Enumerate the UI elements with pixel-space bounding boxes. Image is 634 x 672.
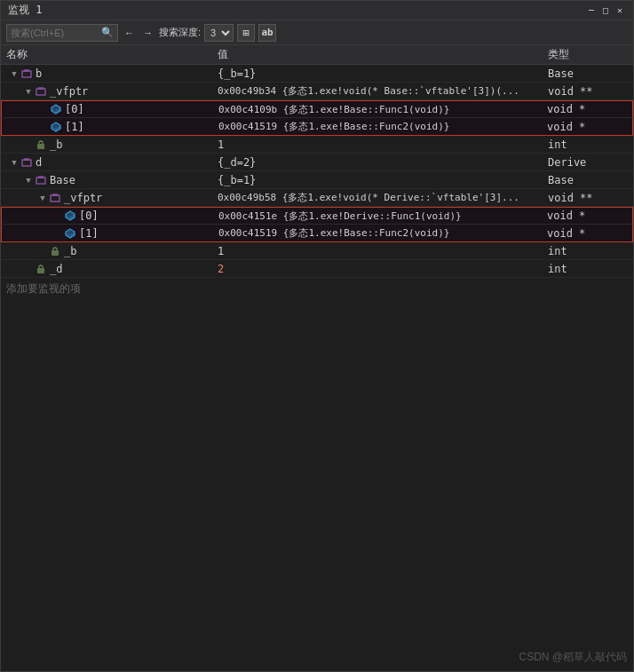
var-name: b xyxy=(36,67,42,80)
row-value: 2 xyxy=(214,263,544,275)
var-name: d xyxy=(36,156,42,169)
var-name: [0] xyxy=(65,103,84,115)
svg-rect-0 xyxy=(22,71,31,77)
search-box[interactable]: 🔍 xyxy=(6,24,118,42)
toolbar: 🔍 ← → 搜索深度: 3 ⊞ ab xyxy=(1,20,633,45)
title-bar: 监视 1 ─ □ ✕ xyxy=(1,1,633,20)
nav-back-btn[interactable]: ← xyxy=(122,24,137,42)
var-name: _d xyxy=(50,263,62,275)
svg-rect-1 xyxy=(24,69,29,72)
header-name: 名称 xyxy=(1,47,214,62)
table-row[interactable]: _b 1 int xyxy=(1,242,633,260)
row-type: void ** xyxy=(544,192,633,204)
struct-icon xyxy=(35,85,47,98)
row-value: 0x00c49b58 {多态1.exe!void(* Derive::`vfta… xyxy=(214,191,544,204)
row-name: ▼ Base xyxy=(1,174,214,186)
row-type: void * xyxy=(543,210,632,222)
depth-label: 搜索深度: xyxy=(159,26,201,39)
svg-rect-28 xyxy=(37,268,44,273)
table-row[interactable]: ▼ d {_d=2} Derive xyxy=(1,154,633,171)
row-type: Derive xyxy=(544,156,633,169)
struct-icon xyxy=(49,192,61,204)
row-value: 0x00c49b34 {多态1.exe!void(* Base::`vftabl… xyxy=(214,84,544,98)
row-value: {_b=1} xyxy=(214,174,544,186)
table-row[interactable]: [0] 0x00c4151e {多态1.exe!Derive::Func1(vo… xyxy=(1,207,633,225)
row-type: Base xyxy=(544,67,633,80)
nav-forward-btn[interactable]: → xyxy=(140,24,155,42)
row-name: ▼ _vfptr xyxy=(1,85,214,98)
icon-btn-2[interactable]: ab xyxy=(258,24,276,42)
table-row[interactable]: ▼ Base {_b=1} Base xyxy=(1,171,633,189)
row-value: 1 xyxy=(214,138,544,151)
table-row[interactable]: ▼ _vfptr 0x00c49b58 {多态1.exe!void(* Deri… xyxy=(1,189,633,207)
watch-window: 监视 1 ─ □ ✕ 🔍 ← → 搜索深度: 3 ⊞ ab 名称 值 类型 xyxy=(0,0,634,672)
expand-icon[interactable]: ▼ xyxy=(22,85,35,98)
var-name: _b xyxy=(50,138,62,151)
svg-rect-13 xyxy=(22,160,31,166)
struct-icon xyxy=(20,156,33,169)
svg-rect-2 xyxy=(36,89,45,95)
row-name: [0] xyxy=(2,103,215,115)
header-type: 类型 xyxy=(544,47,633,62)
row-type: int xyxy=(544,138,633,151)
table-body: ▼ b {_b=1} Base ▼ _vfptr xyxy=(1,65,633,671)
var-name: _b xyxy=(64,245,76,257)
table-row[interactable]: ▼ b {_b=1} Base xyxy=(1,65,633,83)
table-row[interactable]: ▼ _vfptr 0x00c49b34 {多态1.exe!void(* Base… xyxy=(1,83,633,100)
var-name: Base xyxy=(50,174,75,186)
table-row[interactable]: [1] 0x00c41519 {多态1.exe!Base::Func2(void… xyxy=(1,225,633,242)
table-row[interactable]: _d 2 int xyxy=(1,260,633,278)
row-name: [0] xyxy=(2,210,215,222)
row-value: {_b=1} xyxy=(214,67,544,80)
expand-icon[interactable]: ▼ xyxy=(8,156,20,169)
cube-icon xyxy=(64,227,76,240)
var-name: _vfptr xyxy=(50,85,88,98)
table-row[interactable]: _b 1 int xyxy=(1,136,633,154)
svg-rect-12 xyxy=(37,144,44,149)
row-type: void * xyxy=(543,121,632,133)
svg-rect-16 xyxy=(38,176,44,178)
minimize-btn[interactable]: ─ xyxy=(585,4,598,17)
close-btn[interactable]: ✕ xyxy=(614,4,626,17)
lock-icon xyxy=(35,263,47,275)
svg-rect-15 xyxy=(36,178,45,184)
svg-rect-3 xyxy=(38,87,44,90)
cube-icon xyxy=(50,121,62,133)
row-name: [1] xyxy=(2,227,215,240)
icon-btn-1[interactable]: ⊞ xyxy=(237,24,255,42)
row-type: void ** xyxy=(544,85,633,98)
search-input[interactable] xyxy=(11,28,99,38)
expand-icon[interactable]: ▼ xyxy=(8,67,20,80)
row-name: ▼ b xyxy=(1,67,214,80)
row-type: void * xyxy=(543,227,632,240)
row-type: Base xyxy=(544,174,633,186)
row-type: int xyxy=(544,263,633,275)
svg-rect-27 xyxy=(52,250,59,256)
row-name: _b xyxy=(1,245,214,257)
row-value: 0x00c41519 {多态1.exe!Base::Func2(void)} xyxy=(215,226,543,240)
expand-icon[interactable]: ▼ xyxy=(22,174,35,186)
depth-select[interactable]: 3 xyxy=(204,24,234,42)
row-value: 1 xyxy=(214,245,544,257)
table-row[interactable]: [1] 0x00c41519 {多态1.exe!Base::Func2(void… xyxy=(1,118,633,136)
search-icon: 🔍 xyxy=(101,27,114,38)
expand-icon[interactable]: ▼ xyxy=(36,192,49,204)
row-type: int xyxy=(544,245,633,257)
row-value: 0x00c4151e {多态1.exe!Derive::Func1(void)} xyxy=(215,210,543,223)
cube-icon xyxy=(64,210,76,222)
row-value: 0x00c41519 {多态1.exe!Base::Func2(void)} xyxy=(215,120,543,133)
header-value: 值 xyxy=(214,47,544,62)
row-value: 0x00c4109b {多态1.exe!Base::Func1(void)} xyxy=(215,103,543,116)
window-controls: ─ □ ✕ xyxy=(585,4,626,17)
lock-icon xyxy=(35,138,47,151)
var-name: [1] xyxy=(65,121,84,133)
cube-icon xyxy=(50,103,62,115)
maximize-btn[interactable]: □ xyxy=(599,4,612,17)
add-watch-row[interactable]: 添加要监视的项 xyxy=(1,278,633,300)
watermark: CSDN @稻草人敲代码 xyxy=(519,650,627,665)
row-name: _b xyxy=(1,138,214,151)
row-value: {_d=2} xyxy=(214,156,544,169)
struct-icon xyxy=(20,67,33,80)
row-name: ▼ d xyxy=(1,156,214,169)
table-row[interactable]: [0] 0x00c4109b {多态1.exe!Base::Func1(void… xyxy=(1,100,633,118)
